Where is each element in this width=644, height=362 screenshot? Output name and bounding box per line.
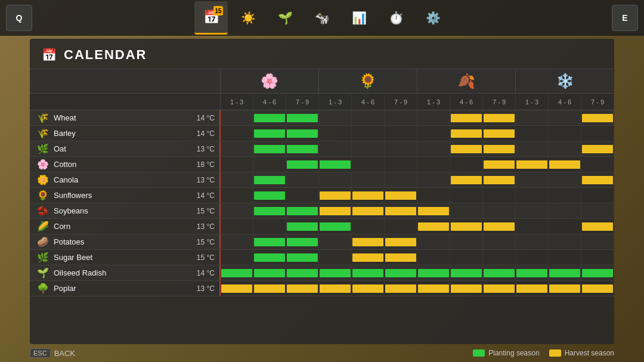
bar-cell-1-4 bbox=[352, 126, 385, 141]
bar-cell-7-11 bbox=[581, 219, 614, 234]
bar-cell-9-11 bbox=[581, 250, 614, 265]
bar-cell-1-9 bbox=[516, 126, 549, 141]
crop-icon-0: 🌾 bbox=[37, 112, 49, 123]
bar-planting-10-9 bbox=[516, 269, 547, 277]
bar-cell-5-6 bbox=[417, 188, 450, 203]
month-col-12: 7 - 9 bbox=[581, 94, 614, 110]
bar-cell-3-0 bbox=[221, 157, 253, 172]
table-row: 🌾 Barley 14 °C bbox=[30, 126, 614, 141]
bar-cell-9-4 bbox=[352, 250, 385, 265]
bar-harvest-2-11 bbox=[582, 145, 613, 153]
crop-icon-11: 🌳 bbox=[37, 283, 49, 294]
bar-cell-0-8 bbox=[483, 110, 516, 125]
bar-harvest-7-11 bbox=[582, 222, 613, 231]
tab-timescale[interactable]: ⏱️ bbox=[379, 1, 413, 35]
bar-planting-0-2 bbox=[287, 114, 318, 122]
tab-crops[interactable]: 🌱 bbox=[268, 1, 302, 35]
tab-stats[interactable]: 📊 bbox=[342, 1, 376, 35]
main-panel: 📅 CALENDAR 🌸 🌻 🍂 ❄️ 1 - 3 4 - 6 7 - 9 1 … bbox=[30, 39, 614, 344]
bar-cell-9-5 bbox=[385, 250, 417, 265]
crop-name-2: Oat bbox=[54, 144, 192, 153]
bar-planting-10-8 bbox=[484, 269, 515, 277]
bar-cell-5-1 bbox=[253, 188, 286, 203]
month-col-5: 4 - 6 bbox=[352, 94, 385, 110]
bar-planting-3-2 bbox=[287, 160, 318, 169]
month-col-7: 1 - 3 bbox=[417, 94, 450, 110]
bar-cell-0-9 bbox=[516, 110, 549, 125]
bar-planting-9-2 bbox=[287, 253, 318, 262]
bar-planting-5-1 bbox=[254, 191, 285, 200]
bar-cell-0-6 bbox=[417, 110, 450, 125]
bar-cell-11-1 bbox=[253, 281, 286, 296]
bar-planting-0-1 bbox=[254, 114, 285, 122]
bar-cell-3-3 bbox=[319, 157, 352, 172]
bar-cell-2-1 bbox=[253, 141, 286, 156]
bar-cell-11-0 bbox=[221, 281, 253, 296]
q-button[interactable]: Q bbox=[6, 5, 32, 31]
bar-cell-7-3 bbox=[319, 219, 352, 234]
bar-harvest-11-5 bbox=[385, 284, 416, 293]
bar-cell-0-7 bbox=[450, 110, 483, 125]
bar-harvest-11-10 bbox=[549, 284, 580, 293]
bar-harvest-2-8 bbox=[484, 145, 515, 153]
bar-harvest-0-8 bbox=[484, 114, 515, 122]
tab-weather[interactable]: ☀️ bbox=[231, 1, 265, 35]
month-col-10: 1 - 3 bbox=[516, 94, 549, 110]
bar-planting-10-10 bbox=[549, 269, 580, 277]
month-col-4: 1 - 3 bbox=[319, 94, 352, 110]
bar-cell-11-9 bbox=[516, 281, 549, 296]
tab-calendar[interactable]: 📅 15 bbox=[194, 1, 228, 35]
bar-cell-0-2 bbox=[286, 110, 319, 125]
bar-planting-10-6 bbox=[418, 269, 449, 277]
bar-cell-8-4 bbox=[352, 234, 385, 249]
bar-cell-10-5 bbox=[385, 265, 417, 280]
crop-name-5: Sunflowers bbox=[54, 191, 192, 200]
bar-cell-3-11 bbox=[581, 157, 614, 172]
back-label: BACK bbox=[54, 349, 75, 358]
bar-harvest-6-6 bbox=[418, 207, 449, 215]
bar-planting-7-2 bbox=[287, 222, 318, 231]
crop-rows: 🌾 Wheat 14 °C 🌾 Barley 14 °C 🌿 Oat 13 °C… bbox=[30, 110, 614, 296]
bar-cell-0-3 bbox=[319, 110, 352, 125]
bar-harvest-3-10 bbox=[549, 160, 580, 169]
bar-cell-1-1 bbox=[253, 126, 286, 141]
season-header-row: 🌸 🌻 🍂 ❄️ bbox=[30, 69, 614, 94]
bar-cell-6-8 bbox=[483, 203, 516, 218]
crop-icon-4: 🌼 bbox=[37, 174, 49, 185]
bar-cell-6-5 bbox=[385, 203, 417, 218]
bar-cell-1-2 bbox=[286, 126, 319, 141]
table-row: 🌳 Poplar 13 °C bbox=[30, 281, 614, 296]
crop-icon-5: 🌻 bbox=[37, 190, 49, 201]
settings-icon: ⚙️ bbox=[426, 11, 441, 25]
crop-temp-5: 14 °C bbox=[197, 191, 215, 200]
bar-planting-10-7 bbox=[451, 269, 482, 277]
bar-cell-2-9 bbox=[516, 141, 549, 156]
harvest-color bbox=[549, 349, 561, 357]
bar-cell-5-10 bbox=[549, 188, 581, 203]
bar-cell-8-8 bbox=[483, 234, 516, 249]
bar-planting-2-1 bbox=[254, 145, 285, 153]
crop-icon-7: 🌽 bbox=[37, 221, 49, 232]
tab-settings[interactable]: ⚙️ bbox=[416, 1, 450, 35]
bar-harvest-7-8 bbox=[484, 222, 515, 231]
bar-cell-6-4 bbox=[352, 203, 385, 218]
bar-cell-11-7 bbox=[450, 281, 483, 296]
bar-planting-9-1 bbox=[254, 253, 285, 262]
tab-animals[interactable]: 🐄 bbox=[305, 1, 339, 35]
e-button[interactable]: E bbox=[612, 5, 638, 31]
bar-cell-1-10 bbox=[549, 126, 581, 141]
bar-cell-7-1 bbox=[253, 219, 286, 234]
autumn-season: 🍂 bbox=[417, 69, 516, 93]
bar-cell-2-0 bbox=[221, 141, 253, 156]
bar-cell-5-0 bbox=[221, 188, 253, 203]
back-button[interactable]: ESC BACK bbox=[30, 348, 75, 358]
bar-cell-4-5 bbox=[385, 172, 417, 187]
bar-cell-6-0 bbox=[221, 203, 253, 218]
crop-temp-4: 13 °C bbox=[197, 176, 215, 184]
bar-cell-5-2 bbox=[286, 188, 319, 203]
table-row: 🌱 Oilseed Radish 14 °C bbox=[30, 265, 614, 281]
bar-harvest-11-0 bbox=[221, 284, 252, 293]
crop-temp-7: 13 °C bbox=[197, 222, 215, 231]
crop-temp-1: 14 °C bbox=[197, 129, 215, 138]
crops-icon: 🌱 bbox=[278, 11, 293, 25]
